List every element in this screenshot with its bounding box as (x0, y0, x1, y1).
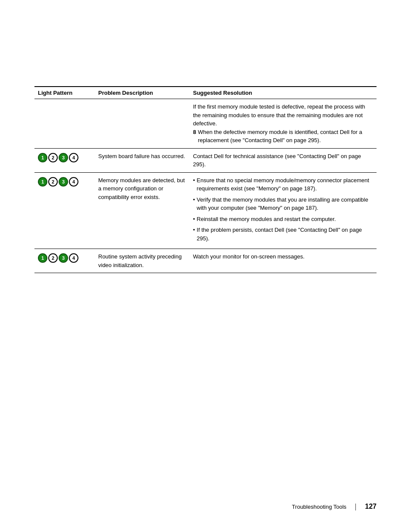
row3-resolution-cell: Watch your monitor for on-screen message… (190, 249, 377, 273)
bullet-symbol-2: • (193, 196, 195, 212)
continuation-light-cell (34, 99, 95, 149)
row3-light-cell: 1 2 3 4 (34, 249, 95, 273)
col-header-resolution-label: Suggested Resolution (193, 90, 252, 96)
table-row-2: 1 2 3 4 Memory modules are detected, but… (34, 172, 377, 249)
continuation-resolution-cell: If the first memory module tested is def… (190, 99, 377, 149)
row2-bullet-3-text: Reinstall the memory modules and restart… (197, 215, 336, 224)
col-header-problem: Problem Description (95, 87, 190, 99)
table-row-3: 1 2 3 4 Routine system activity precedin… (34, 249, 377, 273)
row2-problem-text: Memory modules are detected, but a memor… (98, 176, 186, 202)
bullet-symbol-3: • (193, 215, 195, 224)
row2-bullet-3: • Reinstall the memory modules and resta… (193, 215, 373, 224)
row2-resolution-text: • Ensure that no special memory module/m… (193, 176, 373, 243)
row2-bullet-1: • Ensure that no special memory module/m… (193, 176, 373, 193)
bullet-symbol-4: • (193, 226, 195, 243)
continuation-problem-cell (95, 99, 190, 149)
page-footer: Troubleshooting Tools | 127 (0, 503, 411, 510)
row2-resolution-cell: • Ensure that no special memory module/m… (190, 172, 377, 249)
footer-page-number: 127 (365, 503, 377, 510)
table-row-1: 1 2 3 4 System board failure has occurre… (34, 148, 377, 172)
row1-resolution-cell: Contact Dell for technical assistance (s… (190, 148, 377, 172)
row3-circle-1: 1 (38, 253, 47, 263)
row2-bullet-1-text: Ensure that no special memory module/mem… (197, 176, 373, 193)
row1-problem-cell: System board failure has occurred. (95, 148, 190, 172)
col-header-light-pattern-label: Light Pattern (38, 90, 72, 96)
row3-problem-text: Routine system activity preceding video … (98, 252, 186, 269)
row2-bullet-4: • If the problem persists, contact Dell … (193, 226, 373, 243)
row1-circle-3: 3 (59, 153, 68, 162)
row2-light-cell: 1 2 3 4 (34, 172, 95, 249)
row2-circle-2: 2 (48, 177, 58, 187)
row1-circle-2: 2 (48, 153, 58, 162)
footer-label: Troubleshooting Tools (292, 504, 346, 510)
row1-circle-1: 1 (38, 153, 47, 162)
row2-bullet-2: • Verify that the memory modules that yo… (193, 196, 373, 212)
footer-separator: | (355, 503, 356, 510)
row2-problem-cell: Memory modules are detected, but a memor… (95, 172, 190, 249)
row3-circle-3: 3 (59, 253, 68, 263)
continuation-resolution-text: If the first memory module tested is def… (193, 103, 373, 145)
main-table: Light Pattern Problem Description Sugges… (34, 86, 377, 273)
row3-circle-2: 2 (48, 253, 58, 263)
row3-light-pattern: 1 2 3 4 (38, 253, 91, 263)
row1-problem-text: System board failure has occurred. (98, 152, 186, 161)
row2-circle-1: 1 (38, 177, 47, 187)
col-header-light-pattern: Light Pattern (34, 87, 95, 99)
row3-circle-4: 4 (69, 253, 78, 263)
col-header-problem-label: Problem Description (98, 90, 153, 96)
row1-light-cell: 1 2 3 4 (34, 148, 95, 172)
table-row-continuation: If the first memory module tested is def… (34, 99, 377, 149)
footer-content: Troubleshooting Tools | 127 (292, 503, 377, 510)
row2-bullet-2-text: Verify that the memory modules that you … (197, 196, 373, 212)
continuation-step8: 8 When the defective memory module is id… (193, 128, 373, 145)
table-header-row: Light Pattern Problem Description Sugges… (34, 87, 377, 99)
row2-light-pattern: 1 2 3 4 (38, 177, 91, 187)
row1-light-pattern: 1 2 3 4 (38, 153, 91, 162)
row2-circle-3: 3 (59, 177, 68, 187)
row1-circle-4: 4 (69, 153, 78, 162)
row1-resolution-text: Contact Dell for technical assistance (s… (193, 152, 373, 169)
page-container: Light Pattern Problem Description Sugges… (0, 0, 411, 532)
row2-circle-4: 4 (69, 177, 78, 187)
col-header-resolution: Suggested Resolution (190, 87, 377, 99)
row3-problem-cell: Routine system activity preceding video … (95, 249, 190, 273)
continuation-text-1: If the first memory module tested is def… (193, 103, 373, 128)
row3-resolution-text: Watch your monitor for on-screen message… (193, 252, 373, 261)
step8-text: When the defective memory module is iden… (198, 128, 373, 145)
row2-bullet-4-text: If the problem persists, contact Dell (s… (197, 226, 373, 243)
table-wrapper: Light Pattern Problem Description Sugges… (34, 86, 377, 273)
bullet-symbol-1: • (193, 176, 195, 193)
step8-number: 8 (193, 128, 196, 145)
